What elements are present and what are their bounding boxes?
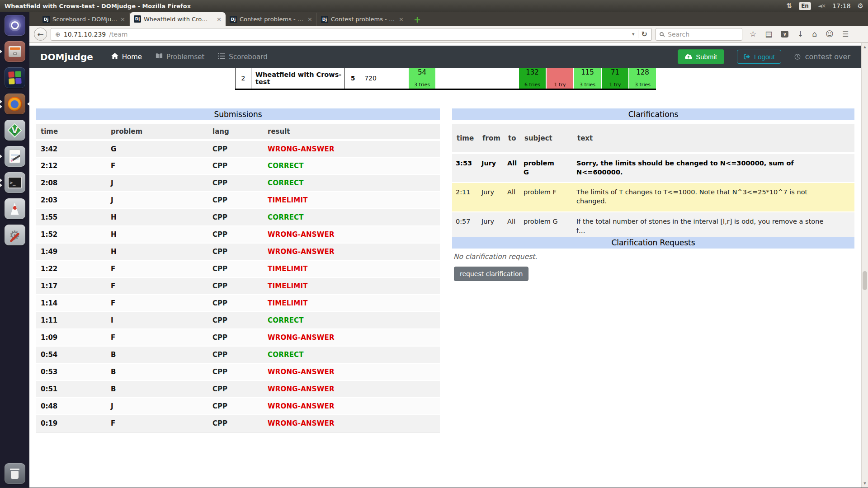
submission-time: 2:03 (36, 192, 106, 209)
logout-button[interactable]: Logout (737, 50, 781, 64)
session-gear-icon[interactable]: ⚙ (858, 2, 863, 10)
browser-window: DjScoreboard - DOMju…×DjWheatfield with … (29, 12, 868, 488)
problem-cell-8: 711 try (602, 68, 628, 89)
running-indicator (0, 143, 2, 169)
scoreboard-row-fragment: 2Wheatfield with Crows-test5720543 tries… (235, 68, 656, 90)
launcher-firefox-icon[interactable] (5, 94, 25, 114)
url-bar[interactable]: ⊕ 10.71.10.239/team ▾ ↻ (51, 28, 652, 41)
submission-time: 1:52 (36, 226, 106, 243)
launcher-vim-icon[interactable]: V (5, 120, 25, 141)
running-indicator (0, 91, 2, 117)
launcher-slot-text-editor (0, 143, 29, 169)
search-icon (660, 32, 664, 36)
network-indicator-icon[interactable]: ⇅ (787, 2, 793, 10)
tab-close-icon[interactable]: × (307, 16, 312, 23)
tab-favicon: Dj (230, 16, 237, 23)
cell-tries: 1 try (609, 82, 621, 87)
page-scrollbar[interactable]: ▲ ▼ (861, 43, 868, 488)
launcher-java-icon[interactable] (5, 198, 25, 219)
submission-time: 3:42 (36, 140, 106, 157)
scroll-down-icon[interactable]: ▼ (862, 482, 868, 485)
submission-time: 1:09 (36, 329, 106, 346)
url-dropdown-icon[interactable]: ▾ (632, 31, 635, 37)
clarification-row[interactable]: 2:11JuryAllproblem FThe limits of T chan… (452, 183, 854, 212)
submission-result: WRONG-ANSWER (263, 226, 440, 243)
scrollbar-thumb[interactable] (863, 271, 867, 290)
launcher-file-manager-icon[interactable] (5, 41, 25, 62)
volume-muted-icon[interactable]: ◄× (818, 3, 826, 9)
submission-lang: CPP (208, 312, 263, 329)
submission-problem: H (106, 209, 208, 226)
submission-problem: B (106, 380, 208, 398)
submission-lang: CPP (208, 174, 263, 192)
launcher-terminal-icon[interactable]: >_ (5, 172, 25, 193)
contest-status: contest over (794, 52, 850, 61)
column-header-subject: subject (520, 124, 573, 153)
tab-close-icon[interactable]: × (120, 16, 125, 23)
nav-item-home[interactable]: Home (111, 53, 142, 61)
unity-launcher: V>_⚙ (0, 12, 29, 488)
new-tab-button[interactable]: + (414, 15, 421, 24)
submission-result: TIMELIMIT (263, 260, 440, 277)
launcher-slot-firefox (0, 91, 29, 117)
search-input[interactable] (667, 30, 726, 38)
submission-row: 1:17FCPPTIMELIMIT (36, 277, 440, 295)
cell-score: 54 (418, 69, 426, 76)
contest-status-label: contest over (805, 52, 850, 61)
downloads-icon[interactable]: ↓ (797, 30, 803, 38)
home-icon (111, 53, 118, 61)
launcher-trash-icon[interactable] (5, 463, 25, 484)
submission-problem: G (106, 140, 208, 157)
clarification-text: The limits of T changes to T<=1000. Note… (573, 183, 854, 212)
problem-cell-5: 1326 tries (519, 68, 546, 89)
scroll-up-icon[interactable]: ▲ (862, 43, 868, 49)
home-icon[interactable]: ⌂ (812, 30, 817, 38)
browser-tab-3[interactable]: DjContest problems - …× (317, 13, 408, 26)
submission-row: 0:54BCPPCORRECT (36, 346, 440, 363)
browser-tab-0[interactable]: DjScoreboard - DOMju…× (38, 13, 130, 26)
tab-label: Contest problems - … (331, 16, 396, 23)
hamburger-menu-icon[interactable]: ☰ (842, 31, 849, 38)
team-name-cell: Wheatfield with Crows-test (251, 68, 345, 89)
submission-result: CORRECT (263, 209, 440, 226)
logout-icon (743, 54, 750, 60)
browser-tab-1[interactable]: DjWheatfield with Cro…× (130, 12, 226, 26)
hello-smiley-icon[interactable]: ☺ (826, 30, 834, 38)
request-clarification-button[interactable]: request clarification (454, 267, 528, 281)
problem-cell-9: 1283 tries (629, 68, 656, 89)
tab-close-icon[interactable]: × (217, 16, 222, 23)
clock-time[interactable]: 17:18 (832, 2, 850, 9)
submission-lang: CPP (208, 140, 263, 157)
submission-problem: J (106, 398, 208, 415)
bookmark-star-icon[interactable]: ☆ (750, 30, 756, 38)
submission-time: 1:55 (36, 209, 106, 226)
launcher-codeblocks-icon[interactable] (5, 67, 25, 88)
reload-icon[interactable]: ↻ (642, 30, 647, 38)
launcher-text-editor-icon[interactable] (5, 146, 25, 167)
keyboard-layout-indicator[interactable]: En (799, 2, 811, 10)
clarification-row[interactable]: 3:53JuryAllproblem GSorry, the limits sh… (452, 153, 854, 183)
cloud-upload-icon (685, 54, 692, 60)
search-bar[interactable] (656, 28, 742, 41)
pocket-icon[interactable]: ∨ (781, 31, 788, 38)
solved-count-cell: 5 (345, 68, 361, 89)
browser-tab-2[interactable]: DjContest problems - …× (226, 13, 317, 26)
nav-item-problemset[interactable]: Problemset (156, 53, 204, 61)
submission-lang: CPP (208, 192, 263, 209)
running-arrow-icon (0, 155, 2, 158)
launcher-ubuntu-dash-icon[interactable] (5, 15, 25, 36)
submission-lang: CPP (208, 415, 263, 432)
submission-row: 0:19FCPPWRONG-ANSWER (36, 415, 440, 432)
clarification-requests-title: Clarification Requests (452, 237, 854, 249)
bookmarks-menu-icon[interactable]: ▤ (765, 30, 772, 38)
column-header-to: to (504, 124, 520, 153)
submission-row: 0:51BCPPWRONG-ANSWER (36, 380, 440, 398)
clarification-from: Jury (478, 153, 504, 183)
brand-logo[interactable]: DOMjudge (40, 52, 93, 62)
top-panel: Wheatfield with Crows-test - DOMjudge - … (0, 0, 868, 12)
submit-button[interactable]: Submit (678, 49, 724, 64)
tab-close-icon[interactable]: × (399, 16, 404, 23)
back-button[interactable]: ← (34, 28, 47, 41)
nav-item-scoreboard[interactable]: Scoreboard (218, 53, 267, 61)
launcher-system-settings-icon[interactable]: ⚙ (5, 225, 25, 245)
